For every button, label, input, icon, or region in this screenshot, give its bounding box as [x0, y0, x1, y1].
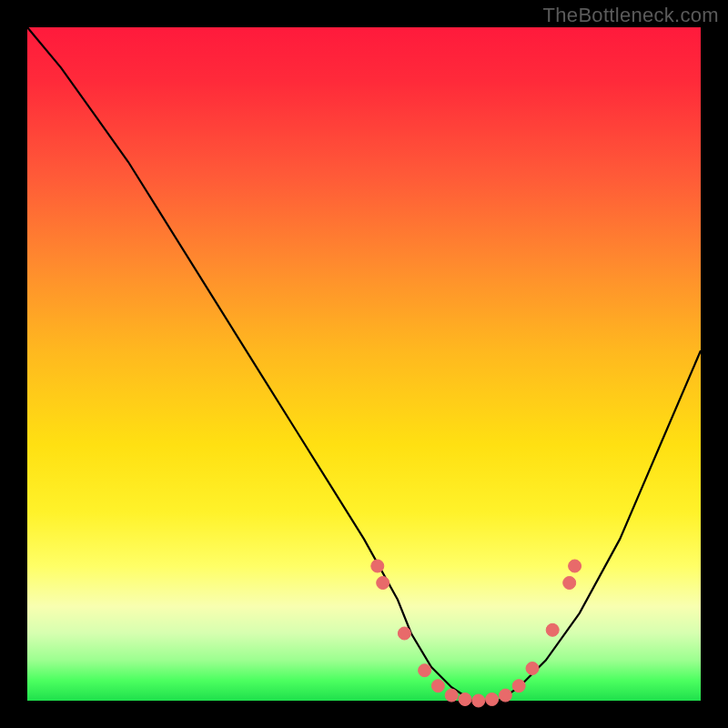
chart-frame: TheBottleneck.com: [0, 0, 728, 728]
sweet-spot-point: [445, 689, 458, 702]
sweet-spot-point: [499, 689, 511, 702]
sweet-spot-point: [526, 662, 539, 675]
sweet-spot-point: [419, 664, 431, 677]
bottleneck-curve-svg: [27, 27, 701, 701]
sweet-spot-point: [459, 693, 471, 706]
sweet-spot-point: [486, 693, 499, 706]
sweet-spot-point: [472, 694, 485, 707]
sweet-spot-points: [371, 560, 581, 707]
sweet-spot-point: [377, 577, 389, 590]
bottleneck-curve: [27, 27, 701, 701]
sweet-spot-point: [569, 560, 581, 572]
plot-area: [27, 27, 701, 701]
sweet-spot-point: [398, 627, 410, 640]
watermark-text: TheBottleneck.com: [543, 4, 719, 27]
sweet-spot-point: [563, 577, 576, 590]
sweet-spot-point: [546, 623, 559, 636]
sweet-spot-point: [371, 560, 384, 572]
sweet-spot-point: [431, 680, 444, 693]
sweet-spot-point: [512, 680, 525, 693]
